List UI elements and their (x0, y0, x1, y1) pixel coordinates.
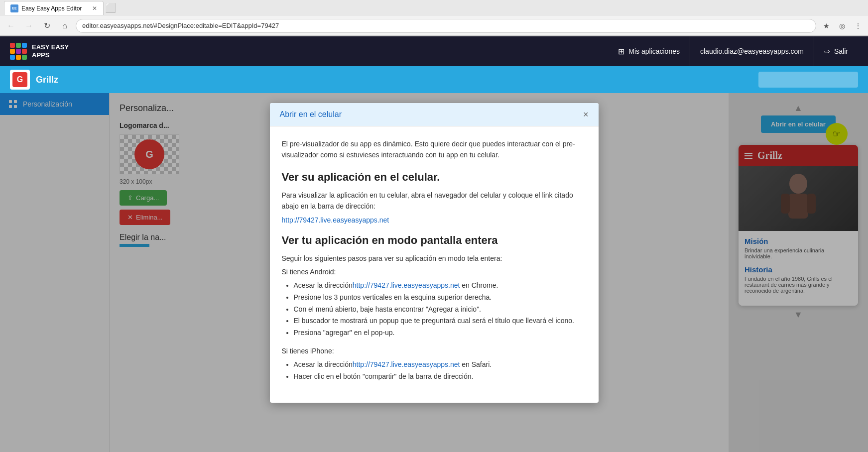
browser-menu-icon[interactable]: ⋮ (852, 20, 864, 32)
logo-cell (22, 55, 27, 60)
tab-title: Easy Easy Apps Editor (21, 5, 82, 12)
toolbar-search-input[interactable] (758, 72, 858, 88)
extensions-icon[interactable]: ◎ (836, 20, 848, 32)
modal-overlay[interactable]: Abrir en el celular × El pre-visualizado… (0, 93, 868, 452)
main-area: Personalización Personaliza... Logomarca… (0, 93, 868, 452)
iphone-item-2: Hacer clic en el botón "compartir" de la… (294, 371, 587, 383)
android-heading: Si tienes Android: (282, 268, 587, 276)
tab-close-button[interactable]: ✕ (92, 5, 97, 12)
tab-bar: EE Easy Easy Apps Editor ✕ ⬜ (0, 0, 868, 16)
nav-icons: ★ ◎ ⋮ (820, 20, 864, 32)
modal-section1-para1: Para visualizar la aplicación en tu celu… (282, 190, 587, 212)
modal-dialog: Abrir en el celular × El pre-visualizado… (270, 103, 599, 403)
back-button[interactable]: ← (4, 19, 18, 33)
url-text: editor.easyeasyapps.net/#DesignPlace:edi… (82, 22, 279, 29)
modal-section2-intro: Seguir los siguientes pasos para ver su … (282, 253, 587, 264)
android-list: Acesar la direcciónhttp://79427.live.eas… (282, 280, 587, 339)
iphone-link-1[interactable]: http://79427.live.easyeasyapps.net (353, 360, 460, 368)
salir-nav[interactable]: ⇨ Salir (814, 36, 858, 66)
exit-icon: ⇨ (824, 47, 830, 55)
app-logo: EASY EASY APPS (10, 43, 69, 60)
browser-chrome: EE Easy Easy Apps Editor ✕ ⬜ ← → ↻ ⌂ edi… (0, 0, 868, 36)
iphone-heading: Si tienes iPhone: (282, 347, 587, 355)
logo-cell (10, 55, 15, 60)
mis-aplicaciones-label: Mis aplicaciones (628, 47, 680, 55)
logo-cell (10, 43, 15, 48)
logo-grid-icon (10, 43, 27, 60)
new-tab-icon: ⬜ (105, 2, 116, 13)
url-bar[interactable]: editor.easyeasyapps.net/#DesignPlace:edi… (76, 19, 816, 33)
logo-cell (22, 43, 27, 48)
active-tab[interactable]: EE Easy Easy Apps Editor ✕ (4, 1, 104, 15)
iphone-item-1: Acesar la direcciónhttp://79427.live.eas… (294, 359, 587, 371)
app-name-label: Grillz (36, 75, 58, 85)
modal-section2-heading: Ver tu aplicación en modo pantalla enter… (282, 234, 587, 247)
logo-cell (22, 49, 27, 54)
user-email-nav[interactable]: claudio.diaz@easyeasyapps.com (690, 36, 814, 66)
reload-button[interactable]: ↻ (40, 19, 54, 33)
header-nav: ⊞ Mis aplicaciones claudio.diaz@easyeasy… (608, 36, 858, 66)
android-link-1[interactable]: http://79427.live.easyeasyapps.net (353, 281, 460, 289)
grid-icon: ⊞ (618, 47, 624, 56)
app-icon: G (12, 72, 27, 87)
modal-section1-link[interactable]: http://79427.live.easyeasyapps.net (282, 216, 389, 224)
editor-toolbar: G Grillz (0, 66, 868, 93)
logo-cell (16, 49, 21, 54)
iphone-list: Acesar la direcciónhttp://79427.live.eas… (282, 359, 587, 383)
app-icon-box: G (10, 70, 30, 90)
android-item-5: Presiona "agregar" en el pop-up. (294, 327, 587, 339)
modal-section1-heading: Ver su aplicación en el celular. (282, 171, 587, 184)
logo-cell (16, 55, 21, 60)
logo-cell (10, 49, 15, 54)
logo-cell (16, 43, 21, 48)
modal-close-button[interactable]: × (583, 110, 589, 119)
android-item-3: Con el menú abierto, baje hasta encontra… (294, 304, 587, 316)
app-header: EASY EASY APPS ⊞ Mis aplicaciones claudi… (0, 36, 868, 66)
nav-bar: ← → ↻ ⌂ editor.easyeasyapps.net/#DesignP… (0, 16, 868, 36)
mis-aplicaciones-nav[interactable]: ⊞ Mis aplicaciones (608, 36, 690, 66)
android-item-1: Acesar la direcciónhttp://79427.live.eas… (294, 280, 587, 292)
android-item-4: El buscador te mostrará un popup que te … (294, 315, 587, 327)
logo-text: EASY EASY APPS (32, 43, 69, 59)
new-tab-button[interactable]: ⬜ (104, 1, 118, 15)
modal-body: El pre-visualizador de su app es dinámic… (270, 126, 599, 403)
app-icon-letter: G (17, 75, 23, 84)
user-email-label: claudio.diaz@easyeasyapps.com (700, 47, 804, 55)
modal-title: Abrir en el celular (280, 110, 342, 119)
forward-button[interactable]: → (22, 19, 36, 33)
modal-header: Abrir en el celular × (270, 103, 599, 126)
bookmark-icon[interactable]: ★ (820, 20, 832, 32)
tab-favicon: EE (10, 4, 18, 12)
modal-intro-text: El pre-visualizador de su app es dinámic… (282, 138, 587, 161)
android-item-2: Presione los 3 puntos verticales en la e… (294, 292, 587, 304)
salir-label: Salir (834, 47, 848, 55)
home-button[interactable]: ⌂ (58, 19, 72, 33)
